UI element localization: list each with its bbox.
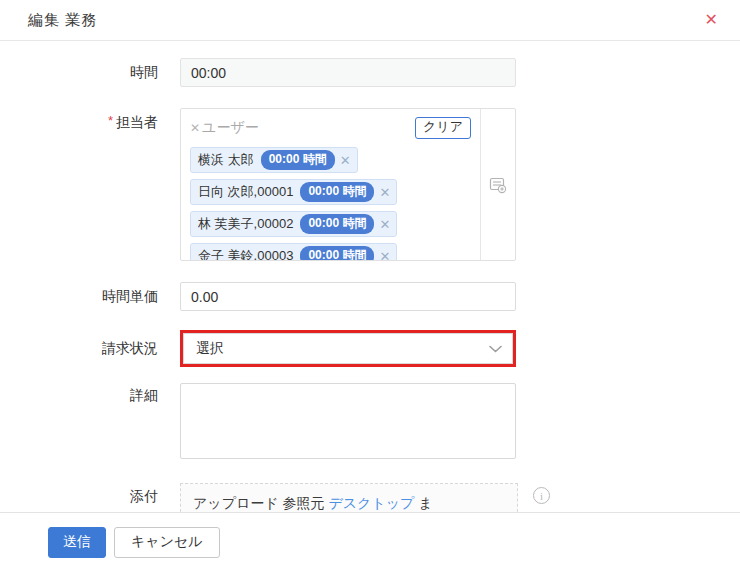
info-icon[interactable]: i bbox=[533, 487, 550, 504]
assignee-picker: ✕ ユーザー クリア 横浜 太郎 00:00 時間 ✕ bbox=[180, 108, 516, 261]
cancel-button[interactable]: キャンセル bbox=[114, 527, 220, 558]
assignee-search-row: ✕ ユーザー クリア bbox=[190, 116, 471, 140]
time-input[interactable] bbox=[180, 58, 516, 87]
user-tag-line: 林 芙美子,00002 00:00 時間 ✕ bbox=[190, 211, 471, 237]
billing-status-select[interactable]: 選択 bbox=[183, 333, 513, 364]
dialog-title: 編集 業務 bbox=[28, 11, 97, 30]
assignee-picker-side bbox=[480, 109, 515, 260]
submit-button[interactable]: 送信 bbox=[48, 527, 106, 558]
billing-row: 請求状況 選択 bbox=[0, 330, 740, 367]
edit-task-dialog: 編集 業務 ✕ 時間 *担当者 ✕ ユーザー クリア bbox=[0, 0, 740, 569]
attachment-dropzone[interactable]: アップロード 参照元 デスクトップ ま bbox=[180, 483, 518, 512]
chevron-down-icon bbox=[489, 345, 502, 353]
billing-selected-value: 選択 bbox=[196, 340, 224, 358]
clear-button[interactable]: クリア bbox=[415, 117, 471, 139]
placeholder-x-icon: ✕ bbox=[190, 121, 200, 135]
attachment-label: 添付 bbox=[0, 483, 180, 512]
user-time-badge[interactable]: 00:00 時間 bbox=[300, 182, 374, 202]
assignee-row: *担当者 ✕ ユーザー クリア 横浜 太郎 00:00 時間 bbox=[0, 108, 740, 261]
dialog-footer: 送信 キャンセル bbox=[0, 512, 740, 569]
remove-user-icon[interactable]: ✕ bbox=[379, 185, 390, 200]
user-chip: 林 芙美子,00002 00:00 時間 ✕ bbox=[190, 211, 397, 237]
user-time-badge[interactable]: 00:00 時間 bbox=[300, 214, 374, 234]
remove-user-icon[interactable]: ✕ bbox=[340, 153, 351, 168]
source-text: 参照元 bbox=[283, 495, 325, 511]
user-name: 金子 美鈴,00003 bbox=[198, 247, 293, 260]
user-name: 横浜 太郎 bbox=[198, 151, 254, 169]
user-chip: 日向 次郎,00001 00:00 時間 ✕ bbox=[190, 179, 397, 205]
select-from-list-icon[interactable] bbox=[489, 176, 507, 194]
time-row: 時間 bbox=[0, 58, 740, 87]
remove-user-icon[interactable]: ✕ bbox=[379, 217, 390, 232]
user-name: 林 芙美子,00002 bbox=[198, 215, 293, 233]
remove-user-icon[interactable]: ✕ bbox=[379, 249, 390, 261]
attachment-trailing-text: ま bbox=[418, 495, 432, 511]
dialog-header: 編集 業務 ✕ bbox=[0, 0, 740, 41]
user-tag-line: 日向 次郎,00001 00:00 時間 ✕ bbox=[190, 179, 471, 205]
user-name: 日向 次郎,00001 bbox=[198, 183, 293, 201]
red-highlight-box: 選択 bbox=[180, 330, 516, 367]
attachment-row: 添付 アップロード 参照元 デスクトップ ま i bbox=[0, 483, 740, 512]
user-chip: 金子 美鈴,00003 00:00 時間 ✕ bbox=[190, 243, 397, 260]
desktop-link[interactable]: デスクトップ bbox=[328, 495, 414, 511]
assignee-label: *担当者 bbox=[0, 108, 180, 261]
details-row: 詳細 bbox=[0, 383, 740, 459]
user-chip: 横浜 太郎 00:00 時間 ✕ bbox=[190, 147, 358, 173]
user-tag-line: 金子 美鈴,00003 00:00 時間 ✕ bbox=[190, 243, 471, 260]
details-textarea[interactable] bbox=[180, 383, 516, 459]
time-label: 時間 bbox=[0, 64, 180, 82]
required-asterisk: * bbox=[108, 113, 113, 128]
user-tag-line: 横浜 太郎 00:00 時間 ✕ bbox=[190, 147, 471, 173]
assignee-picker-main: ✕ ユーザー クリア 横浜 太郎 00:00 時間 ✕ bbox=[181, 109, 480, 260]
dialog-body: 時間 *担当者 ✕ ユーザー クリア bbox=[0, 41, 740, 512]
close-icon[interactable]: ✕ bbox=[705, 12, 718, 28]
user-time-badge[interactable]: 00:00 時間 bbox=[261, 150, 335, 170]
assignee-placeholder[interactable]: ✕ ユーザー bbox=[190, 119, 259, 137]
billing-label: 請求状況 bbox=[0, 340, 180, 358]
user-time-badge[interactable]: 00:00 時間 bbox=[300, 246, 374, 260]
rate-label: 時間単価 bbox=[0, 288, 180, 306]
rate-input[interactable] bbox=[180, 282, 516, 311]
upload-text: アップロード bbox=[193, 495, 279, 511]
rate-row: 時間単価 bbox=[0, 282, 740, 311]
details-label: 詳細 bbox=[0, 383, 180, 459]
